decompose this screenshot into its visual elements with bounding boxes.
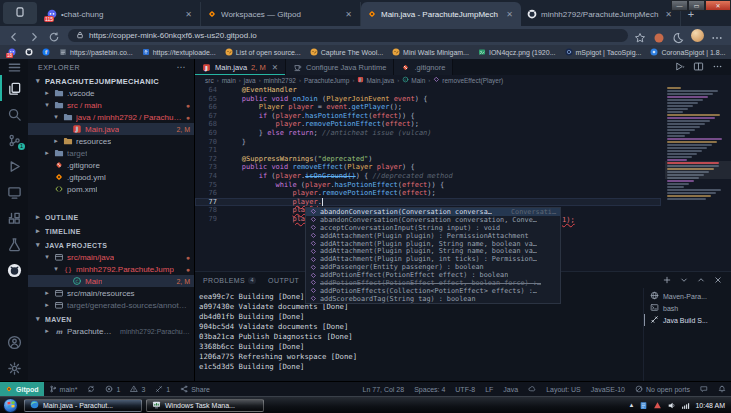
- speaker-icon[interactable]: [667, 396, 676, 413]
- close-button[interactable]: ✕: [705, 0, 731, 11]
- status-ports[interactable]: No open ports: [630, 382, 695, 397]
- back-icon[interactable]: [8, 29, 22, 43]
- refresh-icon[interactable]: [48, 29, 62, 43]
- bookmark-item[interactable]: [25, 48, 33, 56]
- bookmark-item[interactable]: https://textuploade...: [142, 48, 216, 56]
- bookmark-item[interactable]: CoronaSpigot | 1.8...: [650, 48, 725, 56]
- tree-item[interactable]: ▾java / minhh2792 / ParachuteJump●: [28, 111, 194, 123]
- status-feedback[interactable]: [695, 382, 713, 397]
- browser-tab[interactable]: Main.java - ParachuteJumpMech✕: [361, 2, 521, 26]
- bookmark-item[interactable]: mSpigot | TacoSpig...: [565, 48, 642, 56]
- status-errors[interactable]: 1: [100, 382, 125, 397]
- breadcrumb-item[interactable]: src: [205, 77, 214, 84]
- breadcrumb-item[interactable]: ParachuteJump: [304, 77, 350, 84]
- browser-tab[interactable]: 115•chat-chung✕: [41, 2, 201, 26]
- suggest-item[interactable]: addScoreboardTag(String tag) : boolean: [306, 295, 560, 303]
- editor-tab[interactable]: .gitignore: [394, 59, 453, 75]
- panel-tab-output[interactable]: OUTPUT: [268, 272, 299, 288]
- tree-item[interactable]: .gitpod.yml: [28, 171, 194, 183]
- terminal-list-item[interactable]: Java Build S...: [644, 314, 731, 326]
- activity-settings[interactable]: [0, 355, 28, 381]
- status-gitpod[interactable]: Gitpod: [0, 382, 44, 397]
- tray-alert-icon[interactable]: [653, 396, 662, 413]
- forward-icon[interactable]: [28, 29, 42, 43]
- address-bar[interactable]: https://copper-mink-60nkqxf6.ws-us20.git…: [68, 29, 628, 42]
- tree-item[interactable]: CMain2, M: [28, 275, 194, 287]
- status-branch[interactable]: main*: [44, 382, 83, 397]
- status-cursor-position[interactable]: Ln 77, Col 28: [358, 382, 410, 397]
- bookmark-item[interactable]: 18: [8, 48, 16, 56]
- extension-icon[interactable]: [653, 30, 665, 42]
- suggest-item[interactable]: addAttachment(Plugin plugin, String name…: [306, 240, 560, 248]
- split-editor-icon[interactable]: [693, 58, 704, 76]
- suggest-item[interactable]: addAttachment(Plugin plugin, String name…: [306, 247, 560, 255]
- maximize-button[interactable]: ▭: [688, 0, 705, 11]
- minimap[interactable]: [667, 87, 729, 269]
- tree-item[interactable]: pom.xml: [28, 183, 194, 195]
- status-language[interactable]: Java: [498, 382, 523, 397]
- status-jdk[interactable]: JavaSE-10: [586, 382, 630, 397]
- bookmark-item[interactable]: ION4qcz.png (1920...: [478, 48, 556, 56]
- tree-item[interactable]: ▾src/main/java●: [28, 251, 194, 263]
- vertical-tabs-button[interactable]: [3, 2, 37, 24]
- editor-tab[interactable]: Configure Java Runtime: [286, 59, 394, 75]
- breadcrumbs[interactable]: src›main›java›minhh2792›ParachuteJump›JM…: [195, 75, 731, 85]
- suggest-item[interactable]: addPassenger(Entity passenger) : boolean: [306, 263, 560, 271]
- tab-close-icon[interactable]: ✕: [343, 10, 354, 19]
- tray-expand-icon[interactable]: ▲: [628, 402, 634, 408]
- suggest-item[interactable]: addPotionEffects(Collection<PotionEffect…: [306, 287, 560, 295]
- activity-extensions[interactable]: [0, 205, 28, 231]
- network-icon[interactable]: [681, 396, 690, 413]
- activity-github[interactable]: [0, 257, 28, 283]
- suggest-item[interactable]: acceptConversationInput(String input) : …: [306, 224, 560, 232]
- bookmark-item[interactable]: List of open source...: [225, 48, 301, 56]
- maximize-panel-icon[interactable]: [696, 275, 706, 286]
- activity-search[interactable]: [0, 101, 28, 127]
- tab-close-icon[interactable]: ✕: [504, 10, 515, 19]
- browser-tab[interactable]: Workspaces — Gitpod✕: [201, 2, 361, 26]
- browser-tab[interactable]: minhh2792/ParachuteJumpMech✕: [521, 2, 681, 26]
- panel-tab-problems[interactable]: PROBLEMS4: [203, 272, 256, 288]
- favorite-star-icon[interactable]: [634, 30, 646, 42]
- tree-item[interactable]: ▸OUTLINE: [28, 211, 194, 223]
- status-layout[interactable]: Layout: US: [541, 382, 586, 397]
- breadcrumb-item[interactable]: removeEffect(Player): [433, 76, 503, 84]
- activity-explorer[interactable]: [0, 75, 28, 101]
- run-button[interactable]: [674, 58, 685, 76]
- tree-item[interactable]: ▾MAVEN: [28, 313, 194, 325]
- activity-run-debug[interactable]: [0, 153, 28, 179]
- browser-menu-icon[interactable]: [711, 30, 723, 42]
- tree-item[interactable]: ▾PARACHUTEJUMPMECHANIC: [28, 75, 194, 87]
- application-menu-icon[interactable]: [0, 59, 28, 75]
- clock[interactable]: 10:48 AM: [695, 402, 725, 409]
- suggest-item[interactable]: addPotionEffect(PotionEffect effect, boo…: [306, 279, 560, 287]
- breadcrumb-item[interactable]: minhh2792: [264, 77, 296, 84]
- sidebar-more-icon[interactable]: ⋯: [177, 62, 187, 72]
- tree-item[interactable]: ▸src/main/resources: [28, 287, 194, 299]
- minimap-slider[interactable]: [665, 161, 731, 179]
- more-actions-icon[interactable]: [712, 58, 723, 76]
- tab-close-icon[interactable]: ✕: [272, 63, 278, 72]
- status-share[interactable]: Share: [175, 382, 215, 397]
- suggest-item[interactable]: addPotionEffect(PotionEffect effect) : b…: [306, 271, 560, 279]
- tree-item[interactable]: .gitignore: [28, 159, 194, 171]
- status-build[interactable]: 1: [150, 382, 175, 397]
- tab-close-icon[interactable]: ✕: [183, 10, 194, 19]
- bookmark-item[interactable]: https://pastebin.co...: [59, 48, 133, 56]
- bookmark-item[interactable]: Capture The Wool...: [310, 48, 383, 56]
- tree-item[interactable]: ▸target/generated-sources/annotations: [28, 299, 194, 311]
- breadcrumb-item[interactable]: main: [222, 77, 236, 84]
- extension-icon[interactable]: [672, 30, 684, 42]
- editor-tab[interactable]: JMain.java2, M✕: [195, 59, 286, 75]
- tree-item[interactable]: ▾JAVA PROJECTS: [28, 239, 194, 251]
- status-warnings[interactable]: 3: [125, 382, 150, 397]
- status-encoding[interactable]: UTF-8: [450, 382, 480, 397]
- new-terminal-icon[interactable]: [662, 275, 672, 286]
- taskbar-task[interactable]: Main.java - Parachut...: [24, 399, 142, 412]
- tree-item[interactable]: JMain.java2, M: [28, 123, 194, 135]
- tree-item[interactable]: ▾{}minhh2792.ParachuteJump●: [28, 263, 194, 275]
- terminal-list-item[interactable]: Maven-Para...: [644, 290, 731, 302]
- status-eol[interactable]: LF: [480, 382, 498, 397]
- activity-account[interactable]: [0, 329, 28, 355]
- tree-item[interactable]: ▸TIMELINE: [28, 225, 194, 237]
